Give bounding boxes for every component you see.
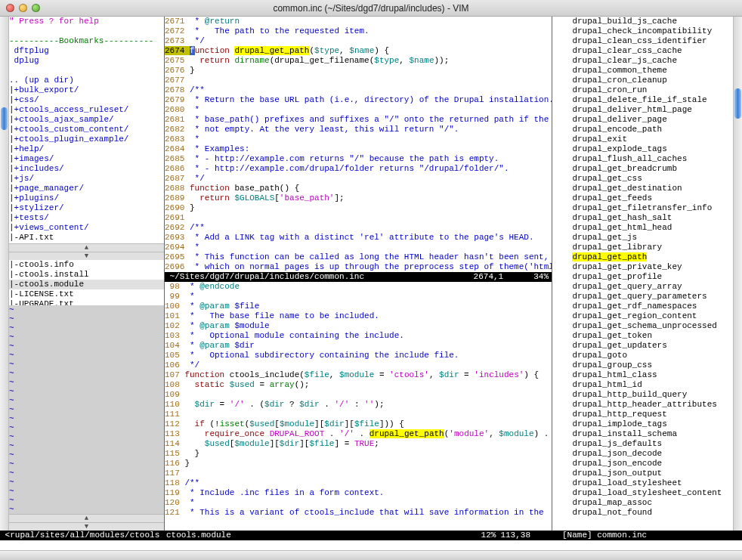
tag-item[interactable]: drupal_clear_css_cache	[552, 46, 733, 56]
tree-dir[interactable]: |+stylizer/	[9, 203, 164, 213]
zoom-icon[interactable]	[32, 4, 40, 12]
tag-item[interactable]: drupal_cron_cleanup	[552, 76, 733, 85]
tag-item[interactable]: drupal_json_output	[552, 469, 733, 478]
tree-dir[interactable]: |+ctools_access_ruleset/	[9, 105, 164, 115]
code-line[interactable]: 102 * @param $module	[165, 321, 552, 331]
tree-dir[interactable]: |+plugins/	[9, 193, 164, 203]
scroll-up-icon[interactable]: ▲	[9, 243, 164, 252]
tag-item[interactable]: drupal_get_css	[552, 174, 733, 184]
tag-item[interactable]: drupal_flush_all_caches	[552, 154, 733, 164]
code-line[interactable]: 101 * The base file name to be included.	[165, 311, 552, 321]
code-line[interactable]: 2672 * The path to the requested item.	[165, 26, 552, 36]
tag-item[interactable]: drupal_http_build_query	[552, 390, 733, 400]
tag-item[interactable]: drupal_get_region_content	[552, 311, 733, 321]
code-line[interactable]: 117	[165, 469, 552, 478]
code-line[interactable]: 119 * Include .inc files in a form conte…	[165, 488, 552, 498]
scrollbar-right[interactable]	[733, 17, 742, 531]
code-line[interactable]: 110 $dir = '/' . ($dir ? $dir . '/' : ''…	[165, 400, 552, 410]
scroll-down-icon[interactable]: ▼	[9, 522, 164, 531]
code-line[interactable]: 113 require_once DRUPAL_ROOT . '/' . dru…	[165, 429, 552, 439]
code-line[interactable]: 2679 * Return the base URL path (i.e., d…	[165, 95, 552, 105]
code-line[interactable]: 109	[165, 390, 552, 400]
tag-item[interactable]: drupal_get_path	[552, 252, 733, 262]
code-line[interactable]: 99 *	[165, 292, 552, 302]
code-line[interactable]: 2674 function drupal_get_path($type, $na…	[165, 46, 552, 56]
code-line[interactable]: 2681 * base_path() prefixes and suffixes…	[165, 115, 552, 125]
tree-file[interactable]: |-ctools.module	[9, 280, 164, 289]
code-line[interactable]: 111	[165, 410, 552, 419]
code-line[interactable]: 2688 function base_path() {	[165, 184, 552, 193]
code-line[interactable]: 2685 * - http://example.com returns "/" …	[165, 154, 552, 164]
tag-item[interactable]: drupal_get_profile	[552, 272, 733, 282]
tag-item[interactable]: drupal_get_library	[552, 243, 733, 252]
tree-file[interactable]: |-API.txt	[9, 233, 164, 243]
code-line[interactable]: 2671 * @return	[165, 17, 552, 26]
code-line[interactable]: 115 }	[165, 449, 552, 459]
code-line[interactable]: 2689 return $GLOBALS['base_path'];	[165, 193, 552, 203]
tag-item[interactable]: drupal_get_schema_unprocessed	[552, 321, 733, 331]
tag-item[interactable]: drupal_build_js_cache	[552, 17, 733, 26]
close-icon[interactable]	[6, 4, 14, 12]
tag-item[interactable]: drupal_cron_run	[552, 85, 733, 95]
tag-item[interactable]: drupal_get_rdf_namespaces	[552, 302, 733, 311]
code-line[interactable]: 120 *	[165, 498, 552, 508]
code-line[interactable]: 116 }	[165, 459, 552, 469]
code-line[interactable]: 2684 * Examples:	[165, 144, 552, 154]
scroll-up-icon[interactable]: ▲	[9, 514, 164, 522]
code-panel[interactable]: 2671 * @return2672 * The path to the req…	[165, 17, 552, 531]
tag-item[interactable]: drupal_map_assoc	[552, 498, 733, 508]
tree-file[interactable]: |-ctools.info	[9, 260, 164, 270]
code-line[interactable]: 103 * Optional module containing the inc…	[165, 331, 552, 341]
tree-dir[interactable]: |+ctools_plugin_example/	[9, 135, 164, 144]
code-line[interactable]: 2677	[165, 76, 552, 85]
tag-item[interactable]: drupal_get_html_head	[552, 223, 733, 233]
tree-dir[interactable]: |+page_manager/	[9, 184, 164, 193]
tag-item[interactable]: drupal_encode_path	[552, 125, 733, 135]
tag-item[interactable]: drupal_get_filetransfer_info	[552, 203, 733, 213]
tree-file[interactable]: |-UPGRADE.txt	[9, 299, 164, 305]
tree-dir[interactable]: |+ctools_ajax_sample/	[9, 115, 164, 125]
code-line[interactable]: 100 * @param $file	[165, 302, 552, 311]
tag-item[interactable]: drupal_load_stylesheet_content	[552, 488, 733, 498]
tag-item[interactable]: drupal_not_found	[552, 508, 733, 518]
scrollbar-left[interactable]	[0, 17, 9, 531]
tag-item[interactable]: drupal_check_incompatibility	[552, 26, 733, 36]
tag-item[interactable]: drupal_html_id	[552, 380, 733, 390]
tag-item[interactable]: drupal_get_js	[552, 233, 733, 243]
minimize-icon[interactable]	[19, 4, 27, 12]
code-line[interactable]: 121 * This is a variant of ctools_includ…	[165, 508, 552, 518]
tag-item[interactable]: drupal_http_request	[552, 410, 733, 419]
code-line[interactable]: 2680 *	[165, 105, 552, 115]
tag-item[interactable]: drupal_load_stylesheet	[552, 478, 733, 488]
tag-item[interactable]: drupal_http_header_attributes	[552, 400, 733, 410]
tag-item[interactable]: drupal_get_breadcrumb	[552, 164, 733, 174]
code-line[interactable]: 98 * @endcode	[165, 282, 552, 292]
code-line[interactable]: 2693 * Add a LINK tag with a distinct 'r…	[165, 233, 552, 243]
tree-file[interactable]: |-LICENSE.txt	[9, 289, 164, 299]
tag-item[interactable]: drupal_group_css	[552, 360, 733, 370]
tag-item[interactable]: drupal_clean_css_identifier	[552, 36, 733, 46]
tree-dir[interactable]: |+bulk_export/	[9, 85, 164, 95]
code-line[interactable]: 2690 }	[165, 203, 552, 213]
code-line[interactable]: 112 if (!isset($used[$module][$dir][$fil…	[165, 419, 552, 429]
tag-item[interactable]: drupal_get_private_key	[552, 262, 733, 272]
code-line[interactable]: 2686 * - http://example.com/drupal/folde…	[165, 164, 552, 174]
tag-item[interactable]: drupal_get_query_array	[552, 282, 733, 292]
code-line[interactable]: 2695 * This function can be called as lo…	[165, 252, 552, 262]
code-line[interactable]: 2696 * which on normal pages is up throu…	[165, 262, 552, 272]
command-line[interactable]	[0, 540, 742, 550]
tree-dir[interactable]: |+tests/	[9, 213, 164, 223]
code-line[interactable]: 2682 * not empty. At the very least, thi…	[165, 125, 552, 135]
tag-item[interactable]: drupal_deliver_html_page	[552, 105, 733, 115]
scrollbar-bottom[interactable]	[0, 550, 742, 560]
scroll-down-icon[interactable]: ▼	[9, 252, 164, 260]
code-line[interactable]: 2676 }	[165, 66, 552, 76]
code-line[interactable]: 108 static $used = array();	[165, 380, 552, 390]
tag-item[interactable]: drupal_exit	[552, 135, 733, 144]
tree-dir[interactable]: |+views_content/	[9, 223, 164, 233]
code-line[interactable]: 2694 *	[165, 243, 552, 252]
code-line[interactable]: 104 * @param $dir	[165, 341, 552, 351]
tag-item[interactable]: drupal_get_feeds	[552, 193, 733, 203]
tag-item[interactable]: drupal_get_destination	[552, 184, 733, 193]
tag-item[interactable]: drupal_goto	[552, 351, 733, 360]
